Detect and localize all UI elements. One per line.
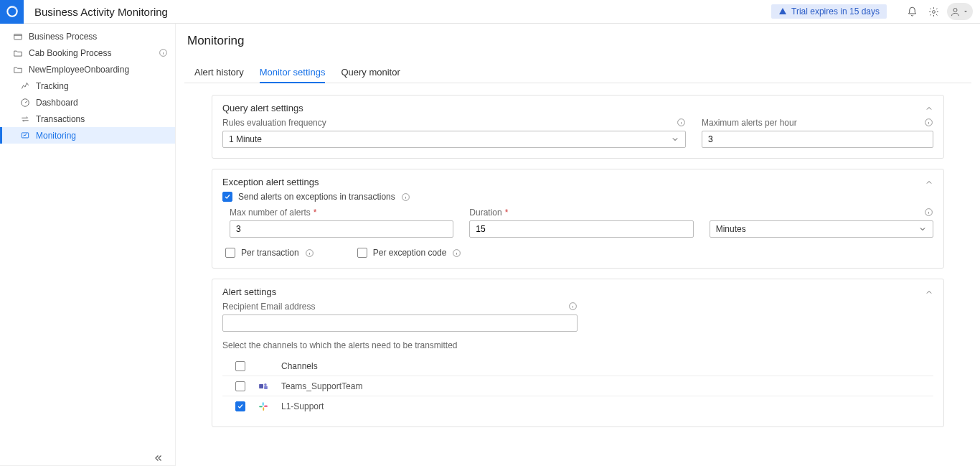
info-icon[interactable] [924, 118, 933, 127]
panel-alert-settings: Alert settings Recipient Email address S… [212, 279, 944, 427]
sidebar-item-cab-booking[interactable]: Cab Booking Process [0, 45, 175, 61]
tab-query-monitor[interactable]: Query monitor [341, 62, 400, 83]
freq-value: 1 Minute [229, 134, 262, 144]
freq-label: Rules evaluation frequency [222, 118, 686, 128]
sidebar-item-label: NewEmployeeOnboarding [29, 65, 129, 75]
trial-badge[interactable]: Trial expires in 15 days [771, 4, 887, 19]
svg-point-2 [953, 8, 957, 11]
app-logo [0, 0, 24, 24]
channel-name: L1-Support [281, 401, 324, 411]
chevrons-left-icon [154, 453, 164, 463]
max-per-hour-field[interactable] [708, 134, 927, 144]
collapse-panel-button[interactable] [925, 104, 933, 113]
collapse-sidebar-button[interactable] [154, 453, 164, 463]
channel-row: Teams_SupportTeam [222, 376, 933, 396]
check-icon [237, 403, 244, 410]
per-exception-label: Per exception code [373, 248, 447, 258]
max-alerts-input[interactable] [230, 220, 453, 238]
tabs: Alert history Monitor settings Query mon… [184, 62, 971, 83]
tracking-icon [20, 81, 30, 91]
duration-field[interactable] [476, 224, 687, 234]
page-title: Monitoring [187, 34, 971, 48]
channel-checkbox[interactable] [235, 381, 245, 391]
teams-icon [258, 381, 268, 391]
email-label: Recipient Email address [222, 302, 578, 312]
svg-rect-30 [259, 384, 263, 388]
channel-name: Teams_SupportTeam [281, 381, 362, 391]
info-icon[interactable] [924, 208, 933, 217]
sidebar-item-label: Business Process [29, 32, 97, 42]
transactions-icon [20, 114, 30, 124]
panel-title-query: Query alert settings [222, 103, 303, 113]
duration-label: Duration [469, 208, 501, 218]
unit-value: Minutes [716, 224, 746, 234]
tab-alert-history[interactable]: Alert history [194, 62, 244, 83]
info-icon[interactable] [677, 118, 686, 127]
collapse-panel-button[interactable] [925, 288, 933, 297]
email-input[interactable] [222, 314, 578, 332]
chevron-down-icon [918, 225, 927, 233]
channel-row: L1-Support [222, 396, 933, 416]
chevron-up-icon [925, 104, 933, 113]
svg-point-31 [264, 383, 267, 386]
freq-select[interactable]: 1 Minute [222, 131, 686, 148]
info-icon[interactable] [452, 248, 461, 258]
sidebar-item-label: Cab Booking Process [29, 48, 111, 58]
user-icon [950, 6, 961, 17]
sidebar-item-dashboard[interactable]: Dashboard [0, 94, 175, 111]
trial-text: Trial expires in 15 days [791, 6, 880, 17]
per-transaction-label: Per transaction [241, 248, 299, 258]
sidebar-item-new-employee[interactable]: NewEmployeeOnboarding [0, 61, 175, 78]
per-exception-checkbox[interactable] [357, 248, 367, 258]
info-icon[interactable] [568, 302, 578, 311]
check-icon [224, 193, 231, 200]
gear-icon [928, 6, 939, 17]
sidebar-list: Business Process Cab Booking Process New… [0, 24, 175, 465]
svg-point-1 [932, 10, 935, 13]
app-title: Business Activity Monitoring [34, 6, 168, 18]
sidebar-item-business-process[interactable]: Business Process [0, 28, 175, 45]
channel-checkbox[interactable] [235, 401, 245, 411]
svg-rect-32 [264, 386, 268, 389]
channels-help: Select the channels to which the alerts … [222, 340, 933, 350]
info-icon[interactable] [159, 48, 168, 57]
sidebar-item-monitoring[interactable]: Monitoring [0, 127, 175, 144]
per-transaction-checkbox[interactable] [225, 248, 235, 258]
sidebar-item-label: Transactions [36, 114, 85, 124]
folder-icon [13, 65, 23, 75]
svg-rect-33 [263, 402, 264, 406]
svg-rect-35 [263, 407, 264, 411]
sidebar-item-label: Monitoring [36, 131, 76, 141]
email-field[interactable] [229, 318, 571, 328]
notifications-button[interactable] [901, 0, 923, 24]
collapse-panel-button[interactable] [925, 178, 933, 187]
slack-icon [258, 401, 268, 411]
duration-input[interactable] [469, 220, 693, 238]
sidebar-item-label: Tracking [36, 81, 69, 91]
dashboard-icon [20, 98, 30, 108]
folder-process-icon [13, 32, 23, 42]
max-per-hour-input[interactable] [702, 131, 933, 148]
select-all-channels-checkbox[interactable] [235, 361, 245, 371]
settings-button[interactable] [923, 0, 944, 24]
channels-table: Channels Teams_SupportTeam L1-Support [222, 356, 933, 416]
duration-unit-select[interactable]: Minutes [710, 220, 933, 238]
svg-rect-36 [264, 406, 268, 407]
panel-exception-alert: Exception alert settings Send alerts on … [212, 169, 944, 269]
panel-query-alert: Query alert settings Rules evaluation fr… [212, 95, 944, 159]
tab-monitor-settings[interactable]: Monitor settings [260, 62, 326, 83]
svg-rect-34 [259, 406, 263, 407]
send-alerts-checkbox[interactable] [222, 192, 232, 202]
user-menu[interactable] [947, 3, 973, 20]
sidebar-item-tracking[interactable]: Tracking [0, 78, 175, 94]
info-icon[interactable] [401, 192, 410, 202]
channels-header-label: Channels [281, 361, 318, 371]
chevron-up-icon [925, 178, 933, 187]
svg-rect-3 [14, 34, 22, 39]
info-icon[interactable] [305, 248, 314, 258]
max-alerts-field[interactable] [236, 224, 447, 234]
folder-icon [13, 48, 23, 58]
monitoring-icon [20, 131, 30, 141]
sidebar: Business Process Cab Booking Process New… [0, 24, 176, 466]
sidebar-item-transactions[interactable]: Transactions [0, 111, 175, 127]
